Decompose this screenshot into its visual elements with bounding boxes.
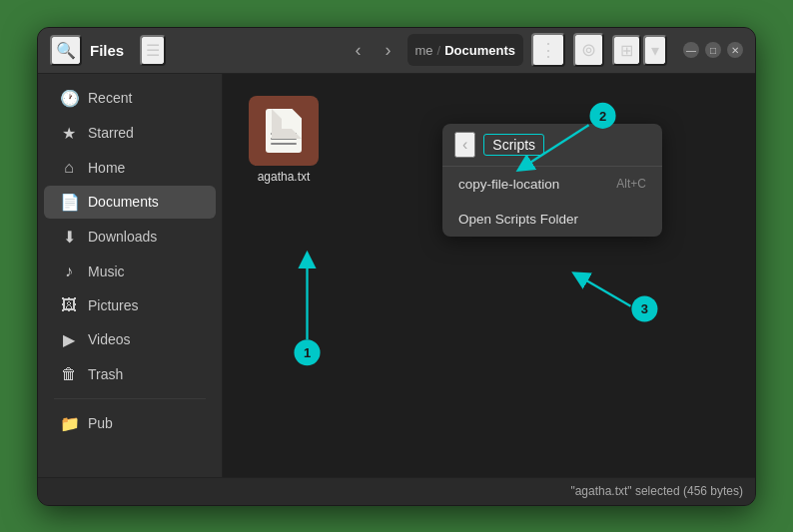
sidebar-item-music[interactable]: ♪ Music	[44, 256, 216, 287]
maximize-button[interactable]: □	[705, 42, 721, 58]
sidebar-divider	[54, 398, 206, 399]
main-content: 🕐 Recent ★ Starred ⌂ Home 📄 Documents ⬇ …	[38, 74, 755, 477]
context-menu-header: ‹ Scripts	[442, 124, 662, 167]
home-icon: ⌂	[60, 159, 78, 177]
close-button[interactable]: ✕	[727, 42, 743, 58]
menu-button[interactable]: ☰	[140, 35, 166, 66]
file-name: agatha.txt	[258, 170, 311, 184]
svg-text:1: 1	[304, 344, 311, 359]
search-button[interactable]: 🔍	[50, 35, 82, 66]
sidebar: 🕐 Recent ★ Starred ⌂ Home 📄 Documents ⬇ …	[38, 74, 223, 477]
file-icon-wrapper	[249, 96, 319, 166]
sidebar-label-documents: Documents	[88, 194, 159, 210]
file-icon-doc	[266, 109, 302, 153]
breadcrumb-current: Documents	[444, 43, 515, 58]
breadcrumb-separator: /	[437, 43, 441, 58]
context-item-shortcut-copy: Alt+C	[616, 177, 646, 191]
breadcrumb-home: me	[415, 43, 433, 58]
app-title: Files	[90, 42, 124, 59]
sidebar-item-recent[interactable]: 🕐 Recent	[44, 82, 216, 115]
main-window: 🔍 Files ☰ ‹ › me / Documents ⋮ ⊚ ⊞ ▾ — □…	[37, 27, 756, 506]
music-icon: ♪	[60, 263, 78, 280]
status-text: "agatha.txt" selected (456 bytes)	[570, 484, 743, 498]
sidebar-label-home: Home	[88, 160, 125, 176]
svg-line-8	[579, 275, 630, 305]
sidebar-item-downloads[interactable]: ⬇ Downloads	[44, 221, 216, 254]
minimize-button[interactable]: —	[683, 42, 699, 58]
view-dropdown-button[interactable]: ▾	[643, 35, 667, 66]
doc-line-1	[271, 133, 297, 135]
context-menu: ‹ Scripts copy-file-location Alt+C Open …	[442, 124, 662, 237]
doc-line-3	[271, 143, 297, 145]
file-item-agatha[interactable]: agatha.txt	[239, 90, 329, 190]
sidebar-item-videos[interactable]: ▶ Videos	[44, 323, 216, 356]
sidebar-item-documents[interactable]: 📄 Documents	[44, 186, 216, 219]
sidebar-item-trash[interactable]: 🗑 Trash	[44, 358, 216, 390]
sidebar-label-pub: Pub	[88, 415, 113, 431]
svg-text:3: 3	[641, 301, 648, 316]
videos-icon: ▶	[60, 330, 78, 349]
nav-back-button[interactable]: ‹	[348, 36, 370, 65]
starred-icon: ★	[60, 124, 78, 143]
window-controls: — □ ✕	[683, 42, 743, 58]
scripts-button[interactable]: ⊚	[573, 33, 604, 67]
sidebar-item-home[interactable]: ⌂ Home	[44, 152, 216, 184]
pictures-icon: 🖼	[60, 296, 78, 314]
recent-icon: 🕐	[60, 89, 78, 108]
sidebar-label-music: Music	[88, 264, 125, 279]
svg-text:2: 2	[599, 108, 606, 123]
context-item-copy-location[interactable]: copy-file-location Alt+C	[442, 167, 662, 202]
view-toggle: ⊞ ▾	[612, 35, 667, 66]
svg-point-6	[631, 295, 657, 321]
breadcrumb: me / Documents	[407, 34, 523, 66]
nav-forward-button[interactable]: ›	[378, 36, 399, 65]
context-item-label-copy: copy-file-location	[458, 177, 559, 192]
pub-icon: 📁	[60, 414, 78, 433]
context-back-button[interactable]: ‹	[454, 132, 475, 158]
downloads-icon: ⬇	[60, 228, 78, 247]
sidebar-label-videos: Videos	[88, 331, 131, 347]
sidebar-label-pictures: Pictures	[88, 297, 139, 313]
documents-icon: 📄	[60, 193, 78, 212]
sidebar-item-pictures[interactable]: 🖼 Pictures	[44, 289, 216, 321]
file-area: agatha.txt ‹ Scripts copy-file-location …	[223, 74, 755, 477]
context-item-label-open: Open Scripts Folder	[458, 212, 578, 227]
sidebar-item-starred[interactable]: ★ Starred	[44, 117, 216, 150]
doc-line-2	[271, 138, 297, 140]
trash-icon: 🗑	[60, 365, 78, 383]
doc-lines	[271, 133, 297, 145]
titlebar: 🔍 Files ☰ ‹ › me / Documents ⋮ ⊚ ⊞ ▾ — □…	[38, 28, 755, 74]
statusbar: "agatha.txt" selected (456 bytes)	[38, 477, 755, 505]
context-menu-title: Scripts	[483, 134, 544, 156]
sidebar-label-downloads: Downloads	[88, 229, 157, 245]
sidebar-label-recent: Recent	[88, 90, 132, 106]
sidebar-label-trash: Trash	[88, 366, 123, 382]
kebab-menu-button[interactable]: ⋮	[531, 33, 565, 67]
view-grid-button[interactable]: ⊞	[612, 35, 641, 66]
context-item-open-scripts-folder[interactable]: Open Scripts Folder	[442, 202, 662, 237]
svg-point-0	[294, 339, 320, 365]
sidebar-item-pub[interactable]: 📁 Pub	[44, 407, 216, 440]
sidebar-label-starred: Starred	[88, 125, 134, 141]
